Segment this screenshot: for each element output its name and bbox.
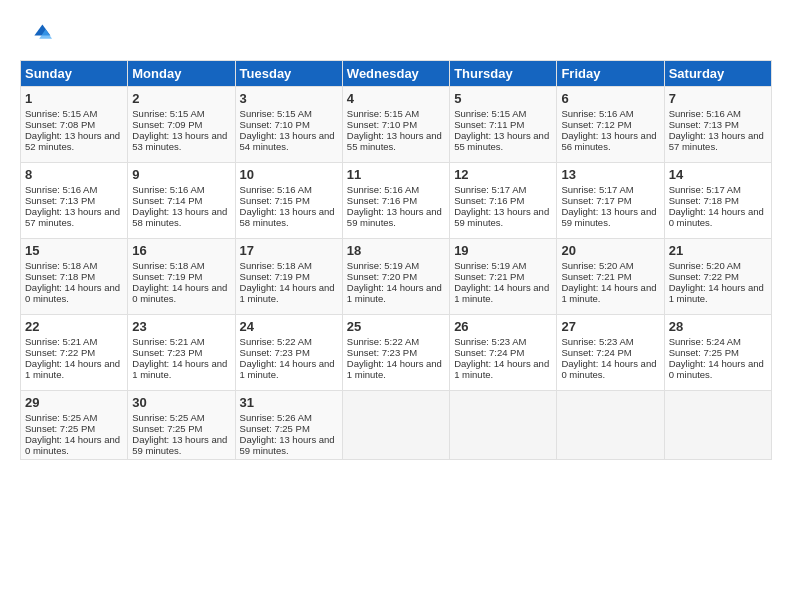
day-info: Sunrise: 5:15 AMSunset: 7:08 PMDaylight:…: [25, 108, 120, 152]
header-friday: Friday: [557, 61, 664, 87]
table-row: 12Sunrise: 5:17 AMSunset: 7:16 PMDayligh…: [450, 163, 557, 239]
logo: [20, 18, 56, 50]
day-number: 13: [561, 167, 659, 182]
table-row: 19Sunrise: 5:19 AMSunset: 7:21 PMDayligh…: [450, 239, 557, 315]
table-row: 25Sunrise: 5:22 AMSunset: 7:23 PMDayligh…: [342, 315, 449, 391]
calendar-week-row: 29Sunrise: 5:25 AMSunset: 7:25 PMDayligh…: [21, 391, 772, 460]
day-info: Sunrise: 5:25 AMSunset: 7:25 PMDaylight:…: [25, 412, 120, 456]
day-info: Sunrise: 5:23 AMSunset: 7:24 PMDaylight:…: [454, 336, 549, 380]
table-row: 7Sunrise: 5:16 AMSunset: 7:13 PMDaylight…: [664, 87, 771, 163]
table-row: 11Sunrise: 5:16 AMSunset: 7:16 PMDayligh…: [342, 163, 449, 239]
day-number: 30: [132, 395, 230, 410]
table-row: 17Sunrise: 5:18 AMSunset: 7:19 PMDayligh…: [235, 239, 342, 315]
calendar-page: SundayMondayTuesdayWednesdayThursdayFrid…: [0, 0, 792, 612]
day-number: 6: [561, 91, 659, 106]
table-row: 26Sunrise: 5:23 AMSunset: 7:24 PMDayligh…: [450, 315, 557, 391]
day-info: Sunrise: 5:24 AMSunset: 7:25 PMDaylight:…: [669, 336, 764, 380]
table-row: [342, 391, 449, 460]
day-number: 22: [25, 319, 123, 334]
table-row: 3Sunrise: 5:15 AMSunset: 7:10 PMDaylight…: [235, 87, 342, 163]
table-row: 18Sunrise: 5:19 AMSunset: 7:20 PMDayligh…: [342, 239, 449, 315]
header-tuesday: Tuesday: [235, 61, 342, 87]
day-info: Sunrise: 5:20 AMSunset: 7:22 PMDaylight:…: [669, 260, 764, 304]
day-number: 31: [240, 395, 338, 410]
day-info: Sunrise: 5:15 AMSunset: 7:09 PMDaylight:…: [132, 108, 227, 152]
table-row: [557, 391, 664, 460]
day-number: 21: [669, 243, 767, 258]
table-row: 16Sunrise: 5:18 AMSunset: 7:19 PMDayligh…: [128, 239, 235, 315]
calendar-week-row: 1Sunrise: 5:15 AMSunset: 7:08 PMDaylight…: [21, 87, 772, 163]
day-number: 8: [25, 167, 123, 182]
table-row: 30Sunrise: 5:25 AMSunset: 7:25 PMDayligh…: [128, 391, 235, 460]
table-row: 13Sunrise: 5:17 AMSunset: 7:17 PMDayligh…: [557, 163, 664, 239]
day-number: 18: [347, 243, 445, 258]
day-number: 4: [347, 91, 445, 106]
day-number: 2: [132, 91, 230, 106]
day-info: Sunrise: 5:19 AMSunset: 7:21 PMDaylight:…: [454, 260, 549, 304]
day-number: 7: [669, 91, 767, 106]
table-row: [450, 391, 557, 460]
day-number: 9: [132, 167, 230, 182]
day-info: Sunrise: 5:16 AMSunset: 7:16 PMDaylight:…: [347, 184, 442, 228]
day-info: Sunrise: 5:26 AMSunset: 7:25 PMDaylight:…: [240, 412, 335, 456]
day-number: 26: [454, 319, 552, 334]
day-number: 25: [347, 319, 445, 334]
day-number: 14: [669, 167, 767, 182]
table-row: 28Sunrise: 5:24 AMSunset: 7:25 PMDayligh…: [664, 315, 771, 391]
day-number: 12: [454, 167, 552, 182]
header-wednesday: Wednesday: [342, 61, 449, 87]
table-row: 15Sunrise: 5:18 AMSunset: 7:18 PMDayligh…: [21, 239, 128, 315]
day-info: Sunrise: 5:19 AMSunset: 7:20 PMDaylight:…: [347, 260, 442, 304]
day-number: 1: [25, 91, 123, 106]
day-number: 20: [561, 243, 659, 258]
day-info: Sunrise: 5:22 AMSunset: 7:23 PMDaylight:…: [347, 336, 442, 380]
table-row: 24Sunrise: 5:22 AMSunset: 7:23 PMDayligh…: [235, 315, 342, 391]
day-info: Sunrise: 5:20 AMSunset: 7:21 PMDaylight:…: [561, 260, 656, 304]
day-info: Sunrise: 5:18 AMSunset: 7:19 PMDaylight:…: [240, 260, 335, 304]
table-row: 22Sunrise: 5:21 AMSunset: 7:22 PMDayligh…: [21, 315, 128, 391]
day-info: Sunrise: 5:23 AMSunset: 7:24 PMDaylight:…: [561, 336, 656, 380]
header-monday: Monday: [128, 61, 235, 87]
table-row: 5Sunrise: 5:15 AMSunset: 7:11 PMDaylight…: [450, 87, 557, 163]
day-number: 28: [669, 319, 767, 334]
day-info: Sunrise: 5:16 AMSunset: 7:12 PMDaylight:…: [561, 108, 656, 152]
day-info: Sunrise: 5:17 AMSunset: 7:16 PMDaylight:…: [454, 184, 549, 228]
calendar-week-row: 22Sunrise: 5:21 AMSunset: 7:22 PMDayligh…: [21, 315, 772, 391]
day-number: 15: [25, 243, 123, 258]
day-info: Sunrise: 5:15 AMSunset: 7:10 PMDaylight:…: [347, 108, 442, 152]
header-saturday: Saturday: [664, 61, 771, 87]
table-row: 20Sunrise: 5:20 AMSunset: 7:21 PMDayligh…: [557, 239, 664, 315]
table-row: 31Sunrise: 5:26 AMSunset: 7:25 PMDayligh…: [235, 391, 342, 460]
table-row: 9Sunrise: 5:16 AMSunset: 7:14 PMDaylight…: [128, 163, 235, 239]
day-number: 17: [240, 243, 338, 258]
day-info: Sunrise: 5:18 AMSunset: 7:18 PMDaylight:…: [25, 260, 120, 304]
table-row: [664, 391, 771, 460]
table-row: 29Sunrise: 5:25 AMSunset: 7:25 PMDayligh…: [21, 391, 128, 460]
table-row: 14Sunrise: 5:17 AMSunset: 7:18 PMDayligh…: [664, 163, 771, 239]
table-row: 27Sunrise: 5:23 AMSunset: 7:24 PMDayligh…: [557, 315, 664, 391]
day-info: Sunrise: 5:18 AMSunset: 7:19 PMDaylight:…: [132, 260, 227, 304]
day-info: Sunrise: 5:15 AMSunset: 7:10 PMDaylight:…: [240, 108, 335, 152]
table-row: 21Sunrise: 5:20 AMSunset: 7:22 PMDayligh…: [664, 239, 771, 315]
day-number: 3: [240, 91, 338, 106]
day-info: Sunrise: 5:17 AMSunset: 7:17 PMDaylight:…: [561, 184, 656, 228]
day-info: Sunrise: 5:25 AMSunset: 7:25 PMDaylight:…: [132, 412, 227, 456]
day-info: Sunrise: 5:16 AMSunset: 7:15 PMDaylight:…: [240, 184, 335, 228]
day-info: Sunrise: 5:21 AMSunset: 7:22 PMDaylight:…: [25, 336, 120, 380]
header-row: SundayMondayTuesdayWednesdayThursdayFrid…: [21, 61, 772, 87]
logo-icon: [20, 18, 52, 50]
day-number: 16: [132, 243, 230, 258]
day-info: Sunrise: 5:22 AMSunset: 7:23 PMDaylight:…: [240, 336, 335, 380]
table-row: 4Sunrise: 5:15 AMSunset: 7:10 PMDaylight…: [342, 87, 449, 163]
day-info: Sunrise: 5:16 AMSunset: 7:13 PMDaylight:…: [669, 108, 764, 152]
table-row: 8Sunrise: 5:16 AMSunset: 7:13 PMDaylight…: [21, 163, 128, 239]
table-row: 10Sunrise: 5:16 AMSunset: 7:15 PMDayligh…: [235, 163, 342, 239]
day-number: 19: [454, 243, 552, 258]
day-number: 27: [561, 319, 659, 334]
table-row: 6Sunrise: 5:16 AMSunset: 7:12 PMDaylight…: [557, 87, 664, 163]
day-number: 23: [132, 319, 230, 334]
calendar-table: SundayMondayTuesdayWednesdayThursdayFrid…: [20, 60, 772, 460]
calendar-week-row: 8Sunrise: 5:16 AMSunset: 7:13 PMDaylight…: [21, 163, 772, 239]
table-row: 1Sunrise: 5:15 AMSunset: 7:08 PMDaylight…: [21, 87, 128, 163]
day-info: Sunrise: 5:17 AMSunset: 7:18 PMDaylight:…: [669, 184, 764, 228]
